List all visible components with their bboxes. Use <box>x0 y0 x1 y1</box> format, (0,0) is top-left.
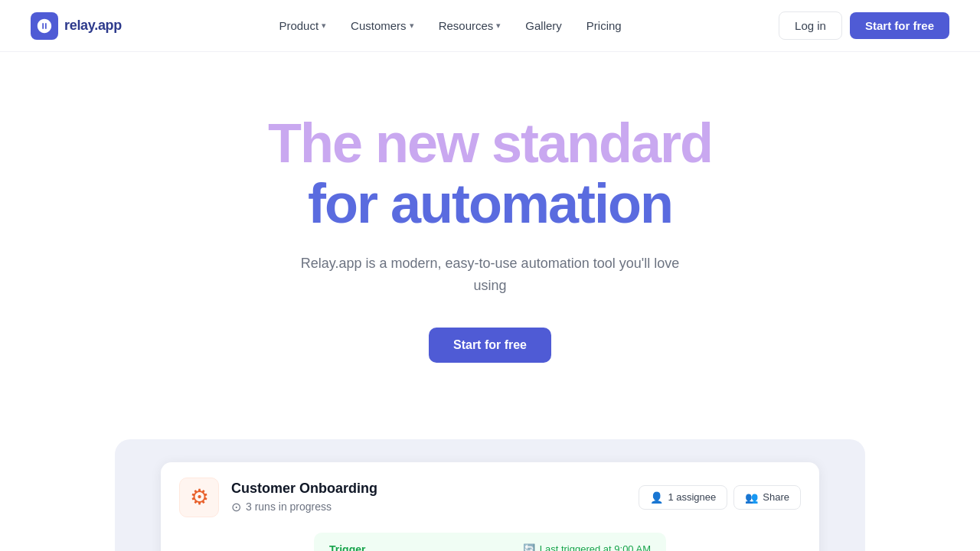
status-icon: ⊙ <box>231 500 241 514</box>
chevron-down-icon: ▾ <box>322 21 326 31</box>
hero-title-line2: for automation <box>308 173 672 234</box>
nav-item-customers[interactable]: Customers ▾ <box>340 13 425 38</box>
preview-card: ⚙ Customer Onboarding ⊙ 3 runs in progre… <box>115 439 865 551</box>
login-button[interactable]: Log in <box>779 11 842 40</box>
workflow-status: ⊙ 3 runs in progress <box>231 500 377 514</box>
logo-svg <box>36 18 53 34</box>
trigger-label: Trigger <box>329 543 365 551</box>
logo-link[interactable]: relay.app <box>31 12 122 40</box>
nav-gallery-label: Gallery <box>525 19 562 32</box>
trigger-row: Trigger 🔄 Last triggered at 9:00 AM <box>314 533 666 551</box>
hero-title-line1: The new standard <box>268 112 712 174</box>
nav-resources-label: Resources <box>439 19 494 32</box>
start-free-button-nav[interactable]: Start for free <box>850 12 949 39</box>
assignee-button[interactable]: 👤 1 assignee <box>639 485 727 510</box>
nav-customers-label: Customers <box>351 19 407 32</box>
assignee-label: 1 assignee <box>668 491 716 503</box>
nav-item-product[interactable]: Product ▾ <box>268 13 337 38</box>
nav-links: Product ▾ Customers ▾ Resources ▾ Galler… <box>268 13 632 38</box>
preview-container: ⚙ Customer Onboarding ⊙ 3 runs in progre… <box>100 439 880 551</box>
share-label: Share <box>763 491 789 503</box>
nav-pricing-label: Pricing <box>586 19 622 32</box>
workflow-actions: 👤 1 assignee 👥 Share <box>639 485 801 510</box>
trigger-time-text: Last triggered at 9:00 AM <box>540 543 651 551</box>
clock-icon: 🔄 <box>523 543 535 551</box>
hero-title: The new standard for automation <box>268 113 712 234</box>
share-icon: 👥 <box>745 491 758 504</box>
start-free-button-hero[interactable]: Start for free <box>429 328 551 363</box>
trigger-time-container: 🔄 Last triggered at 9:00 AM <box>523 543 651 551</box>
hubspot-icon: ⚙ <box>190 484 209 510</box>
workflow-status-text: 3 runs in progress <box>246 500 332 513</box>
workflow-card: ⚙ Customer Onboarding ⊙ 3 runs in progre… <box>161 462 819 551</box>
person-icon: 👤 <box>650 491 663 504</box>
chevron-down-icon: ▾ <box>410 21 414 31</box>
navbar: relay.app Product ▾ Customers ▾ Resource… <box>0 0 980 52</box>
nav-item-gallery[interactable]: Gallery <box>514 13 573 38</box>
nav-actions: Log in Start for free <box>779 11 949 40</box>
workflow-info: Customer Onboarding ⊙ 3 runs in progress <box>231 481 377 514</box>
chevron-down-icon: ▾ <box>496 21 501 31</box>
nav-item-pricing[interactable]: Pricing <box>576 13 632 38</box>
share-button[interactable]: 👥 Share <box>733 485 801 510</box>
hero-section: The new standard for automation Relay.ap… <box>0 52 980 409</box>
logo-icon <box>31 12 58 40</box>
hero-subtitle: Relay.app is a modern, easy-to-use autom… <box>299 253 681 297</box>
nav-item-resources[interactable]: Resources ▾ <box>428 13 512 38</box>
workflow-title: Customer Onboarding <box>231 481 377 497</box>
hubspot-logo: ⚙ <box>179 478 219 517</box>
logo-text: relay.app <box>64 18 122 34</box>
nav-product-label: Product <box>279 19 318 32</box>
workflow-header: ⚙ Customer Onboarding ⊙ 3 runs in progre… <box>179 478 801 517</box>
workflow-left: ⚙ Customer Onboarding ⊙ 3 runs in progre… <box>179 478 377 517</box>
